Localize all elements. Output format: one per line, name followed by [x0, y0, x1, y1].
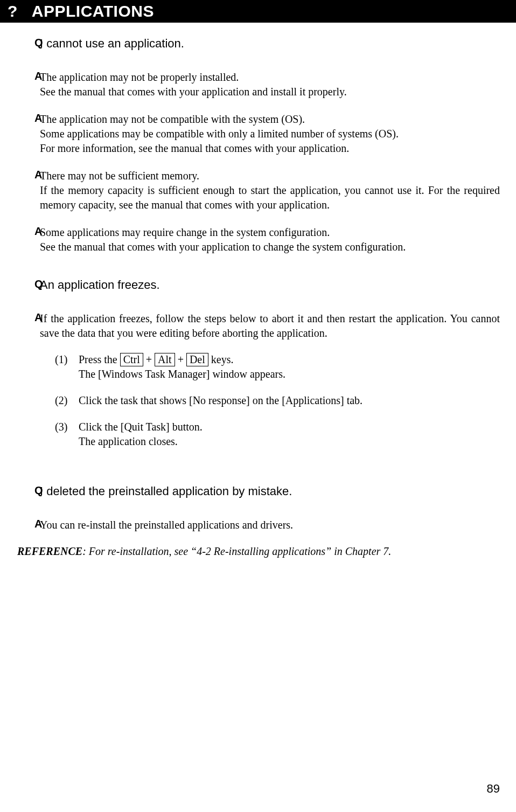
q-marker: Q — [16, 484, 36, 498]
reference-note: REFERENCE: For re-installation, see “4-2… — [17, 545, 500, 558]
keycap-ctrl: Ctrl — [120, 353, 143, 366]
question-1: Q I cannot use an application. — [16, 37, 500, 51]
step-number: (2) — [55, 393, 79, 408]
a-text: The application may not be compatible wi… — [36, 112, 500, 156]
answer-1-1: A The application may not be properly in… — [16, 70, 500, 99]
a-marker: A — [16, 518, 36, 532]
page-number: 89 — [487, 782, 500, 796]
answer-1-4: A Some applications may require change i… — [16, 225, 500, 254]
step-2: (2) Click the task that shows [No respon… — [55, 393, 500, 408]
a-text: If the application freezes, follow the s… — [40, 313, 500, 339]
q-marker: Q — [16, 37, 36, 51]
answer-2-1: A If the application freezes, follow the… — [16, 311, 500, 461]
q-text: I cannot use an application. — [36, 37, 500, 51]
answer-3-1: A You can re-install the preinstalled ap… — [16, 518, 500, 532]
step-text: Press the Ctrl + Alt + Del keys. The [Wi… — [79, 352, 500, 381]
a-marker: A — [16, 311, 36, 461]
a-marker: A — [16, 225, 36, 254]
section-header: ? APPLICATIONS — [0, 0, 516, 23]
a-text: The application may not be properly inst… — [36, 70, 500, 99]
reference-label: REFERENCE — [17, 545, 82, 557]
answer-1-3: A There may not be sufficient memory.If … — [16, 169, 500, 212]
step-text: Click the task that shows [No response] … — [79, 393, 500, 408]
q-text: I deleted the preinstalled application b… — [36, 484, 500, 498]
a-text: There may not be sufficient memory.If th… — [36, 169, 500, 212]
step-text: Click the [Quit Task] button. The applic… — [79, 420, 500, 449]
q-text: An application freezes. — [36, 278, 500, 292]
a-marker: A — [16, 112, 36, 156]
a-text: You can re-install the preinstalled appl… — [36, 518, 500, 532]
step-1: (1) Press the Ctrl + Alt + Del keys. The… — [55, 352, 500, 381]
keycap-alt: Alt — [155, 353, 175, 366]
a-text: Some applications may require change in … — [36, 225, 500, 254]
question-2: Q An application freezes. — [16, 278, 500, 292]
a-body: If the application freezes, follow the s… — [36, 311, 500, 461]
question-3: Q I deleted the preinstalled application… — [16, 484, 500, 498]
step-3: (3) Click the [Quit Task] button. The ap… — [55, 420, 500, 449]
answer-1-2: A The application may not be compatible … — [16, 112, 500, 156]
header-question-mark: ? — [8, 2, 18, 20]
page-content: Q I cannot use an application. A The app… — [0, 37, 516, 558]
steps-list: (1) Press the Ctrl + Alt + Del keys. The… — [55, 352, 500, 449]
header-title: APPLICATIONS — [32, 2, 154, 20]
step-number: (3) — [55, 420, 79, 449]
keycap-del: Del — [186, 353, 208, 366]
q-marker: Q — [16, 278, 36, 292]
reference-text: : For re-installation, see “4-2 Re-insta… — [82, 545, 391, 557]
a-marker: A — [16, 169, 36, 212]
a-marker: A — [16, 70, 36, 99]
step-number: (1) — [55, 352, 79, 381]
